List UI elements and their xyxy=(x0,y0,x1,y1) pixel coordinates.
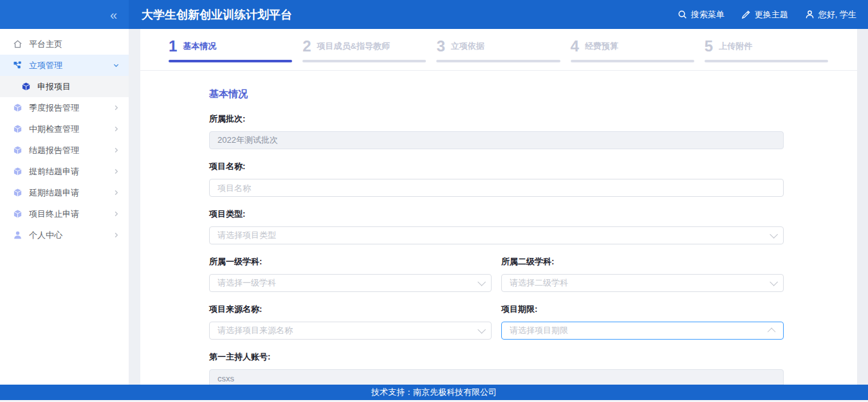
step-label: 项目成员&指导教师 xyxy=(317,41,390,54)
field-project-type: 项目类型: 请选择项目类型 xyxy=(209,208,784,244)
user-icon xyxy=(805,10,815,19)
field-label: 项目名称: xyxy=(209,161,784,172)
theme-brush-icon xyxy=(741,10,751,19)
sidebar-item-project-setup[interactable]: 立项管理 xyxy=(0,55,129,76)
field-primary-discipline: 所属一级学科: 请选择一级学科 xyxy=(209,256,492,292)
step-3-project-basis[interactable]: 3 立项依据 xyxy=(436,39,560,70)
chevron-down-icon xyxy=(770,230,778,239)
step-label: 上传附件 xyxy=(719,41,752,54)
step-4-budget[interactable]: 4 经费预算 xyxy=(571,39,694,70)
step-number: 1 xyxy=(169,39,177,54)
sidebar-item-label: 申报项目 xyxy=(37,81,120,93)
field-label: 所属二级学科: xyxy=(501,256,784,268)
project-duration-select[interactable]: 请选择项目期限 xyxy=(501,322,784,340)
select-placeholder: 请选择一级学科 xyxy=(217,277,477,289)
chevron-right-icon xyxy=(113,210,120,217)
step-1-basic-info[interactable]: 1 基本情况 xyxy=(169,39,292,70)
chevron-right-icon xyxy=(113,147,120,154)
sidebar: 平台主页 立项管理 申报项目 季度报告管理 中期检查管理 结题报告 xyxy=(0,29,129,402)
sidebar-item-label: 平台主页 xyxy=(29,39,120,50)
cube-icon xyxy=(12,167,23,177)
chevron-right-icon xyxy=(113,104,120,111)
step-label: 立项依据 xyxy=(451,41,485,54)
basic-info-form: 基本情况 所属批次: 项目名称: 项目类型: 请选择项目类型 所属一级学科: 请… xyxy=(140,71,857,387)
field-label: 所属批次: xyxy=(209,113,784,125)
change-theme-label: 更换主题 xyxy=(755,9,788,21)
batch-input xyxy=(209,131,784,149)
page-scrollbar[interactable] xyxy=(857,29,868,402)
chevron-down-icon xyxy=(477,278,486,286)
step-progress-bar xyxy=(302,60,426,62)
step-number: 2 xyxy=(302,39,311,54)
main-content: 1 基本情况 2 项目成员&指导教师 3 立项依据 4 经费预算 xyxy=(140,29,857,402)
home-icon xyxy=(12,39,23,50)
step-2-members-advisors[interactable]: 2 项目成员&指导教师 xyxy=(302,39,426,70)
user-icon xyxy=(12,230,23,241)
chevron-down-icon xyxy=(113,62,120,69)
step-number: 3 xyxy=(436,39,445,54)
sidebar-item-label: 季度报告管理 xyxy=(29,102,113,114)
select-placeholder: 请选择项目类型 xyxy=(217,230,770,241)
field-label: 项目期限: xyxy=(501,304,784,315)
user-greeting: 您好, 学生 xyxy=(818,9,856,21)
project-type-select[interactable]: 请选择项目类型 xyxy=(209,226,784,244)
sidebar-item-midterm-check[interactable]: 中期检查管理 xyxy=(0,118,129,140)
step-label: 基本情况 xyxy=(183,41,216,54)
app-footer: 技术支持：南京先极科技有限公司 xyxy=(0,385,868,400)
chevron-right-icon xyxy=(113,125,120,132)
field-label: 所属一级学科: xyxy=(209,256,492,268)
step-progress-bar xyxy=(705,60,828,62)
cube-icon xyxy=(12,145,23,156)
cube-icon xyxy=(12,209,23,219)
field-first-host-account: 第一主持人账号: xyxy=(209,351,784,387)
sidebar-item-platform-home[interactable]: 平台主页 xyxy=(0,33,129,55)
cube-icon xyxy=(12,188,23,198)
step-wizard: 1 基本情况 2 项目成员&指导教师 3 立项依据 4 经费预算 xyxy=(140,29,857,71)
select-placeholder: 请选择项目来源名称 xyxy=(217,325,477,336)
sitemap-icon xyxy=(12,60,23,71)
chevron-down-icon xyxy=(770,278,778,286)
section-title: 基本情况 xyxy=(209,87,784,100)
step-label: 经费预算 xyxy=(585,41,618,54)
sidebar-item-label: 立项管理 xyxy=(29,60,113,71)
secondary-discipline-select[interactable]: 请选择二级学科 xyxy=(501,274,784,292)
user-menu[interactable]: 您好, 学生 xyxy=(805,9,856,21)
sidebar-item-label: 中期检查管理 xyxy=(29,123,113,135)
cube-icon xyxy=(12,124,23,134)
field-label: 第一主持人账号: xyxy=(209,351,784,363)
sidebar-item-delayed-completion[interactable]: 延期结题申请 xyxy=(0,182,129,203)
chevron-right-icon xyxy=(113,189,120,196)
search-menu-label: 搜索菜单 xyxy=(691,9,725,21)
sidebar-item-label: 项目终止申请 xyxy=(29,208,113,220)
field-project-duration: 项目期限: 请选择项目期限 xyxy=(501,304,784,340)
sidebar-item-label: 提前结题申请 xyxy=(29,166,113,178)
primary-discipline-select[interactable]: 请选择一级学科 xyxy=(209,274,492,292)
cube-icon xyxy=(12,103,23,113)
field-project-name: 项目名称: xyxy=(209,161,784,197)
sidebar-item-early-completion[interactable]: 提前结题申请 xyxy=(0,161,129,182)
field-label: 项目来源名称: xyxy=(209,304,492,315)
step-number: 4 xyxy=(571,39,579,54)
tech-support-text: 技术支持：南京先极科技有限公司 xyxy=(371,387,497,398)
sidebar-item-personal-center[interactable]: 个人中心 xyxy=(0,224,129,246)
sidebar-item-declare-project[interactable]: 申报项目 xyxy=(0,76,129,97)
app-header: « 大学生创新创业训练计划平台 搜索菜单 更换主题 您好, 学生 xyxy=(0,0,868,29)
step-5-attachments[interactable]: 5 上传附件 xyxy=(705,39,828,70)
sidebar-item-final-report[interactable]: 结题报告管理 xyxy=(0,140,129,161)
step-progress-bar xyxy=(571,60,694,62)
app-title: 大学生创新创业训练计划平台 xyxy=(142,7,678,23)
sidebar-item-project-termination[interactable]: 项目终止申请 xyxy=(0,203,129,224)
sidebar-item-label: 个人中心 xyxy=(29,230,113,241)
collapse-sidebar-icon[interactable]: « xyxy=(110,8,116,21)
project-source-select[interactable]: 请选择项目来源名称 xyxy=(209,322,492,340)
chevron-right-icon xyxy=(113,168,120,175)
field-batch: 所属批次: xyxy=(209,113,784,149)
select-placeholder: 请选择二级学科 xyxy=(510,277,770,289)
sidebar-item-label: 延期结题申请 xyxy=(29,187,113,199)
project-name-input[interactable] xyxy=(209,179,784,197)
search-menu-button[interactable]: 搜索菜单 xyxy=(678,9,725,21)
change-theme-button[interactable]: 更换主题 xyxy=(741,9,788,21)
step-number: 5 xyxy=(705,39,713,54)
header-actions: 搜索菜单 更换主题 您好, 学生 xyxy=(678,9,868,21)
sidebar-item-quarterly-report[interactable]: 季度报告管理 xyxy=(0,97,129,118)
